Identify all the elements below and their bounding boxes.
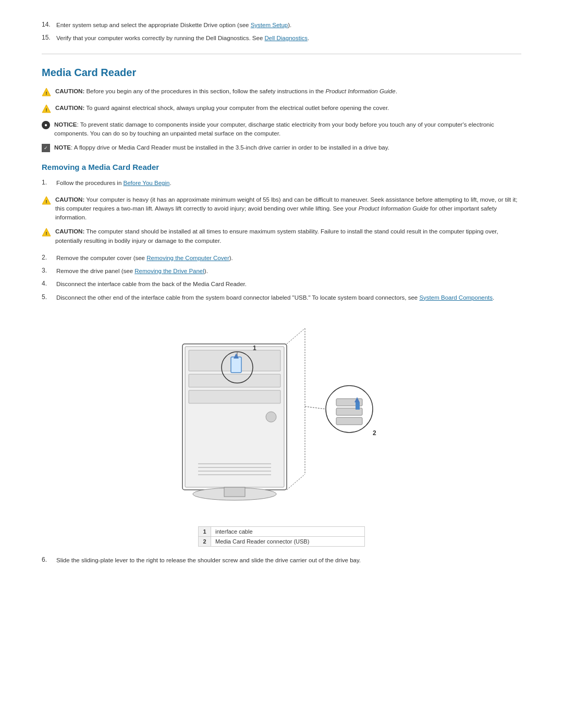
removing-computer-cover-link[interactable]: Removing the Computer Cover — [146, 255, 229, 261]
figure-caption-table: 1 interface cable 2 Media Card Reader co… — [198, 526, 365, 547]
caution-text-1: CAUTION: Before you begin any of the pro… — [55, 87, 397, 96]
system-setup-link[interactable]: System Setup — [251, 22, 288, 28]
dell-diagnostics-link[interactable]: Dell Diagnostics — [264, 35, 307, 41]
removing-drive-panel-link[interactable]: Removing the Drive Panel — [134, 268, 204, 274]
removal-step-1: 1. Follow the procedures in Before You B… — [42, 179, 521, 188]
removal-caution-icon-1: ! — [42, 196, 51, 207]
removal-caution-1: ! CAUTION: Your computer is heavy (it ha… — [42, 195, 521, 223]
computer-illustration: 1 2 — [151, 313, 412, 516]
removal-caution-text-1: CAUTION: Your computer is heavy (it has … — [55, 195, 521, 223]
caption-label-2: Media Card Reader connector (USB) — [211, 536, 365, 546]
note-text-1: NOTE: A floppy drive or Media Card Reade… — [54, 143, 389, 152]
svg-line-18 — [287, 328, 305, 344]
notice-text-1: NOTICE: To prevent static damage to comp… — [54, 120, 521, 139]
more-step-2: 2. Remove the computer cover (see Removi… — [42, 254, 521, 263]
caption-num-1: 1 — [199, 526, 211, 536]
caution-block-1: ! CAUTION: Before you begin any of the p… — [42, 87, 521, 98]
more-step-3: 3. Remove the drive panel (see Removing … — [42, 267, 521, 276]
final-step-6-content: Slide the sliding-plate lever to the rig… — [56, 556, 521, 565]
section-divider — [42, 54, 521, 54]
note-check-icon: ✓ — [42, 144, 50, 152]
more-step-4: 4. Disconnect the interface cable from t… — [42, 280, 521, 289]
more-step-2-number: 2. — [42, 254, 56, 261]
removal-caution-2: ! CAUTION: The computer stand should be … — [42, 227, 521, 245]
more-step-5-number: 5. — [42, 293, 56, 301]
section-title: Media Card Reader — [42, 67, 521, 79]
caption-row-1: 1 interface cable — [199, 526, 365, 536]
caption-row-2: 2 Media Card Reader connector (USB) — [199, 536, 365, 546]
figure-container: 1 2 — [42, 313, 521, 516]
more-step-3-content: Remove the drive panel (see Removing the… — [56, 267, 521, 276]
final-step-6-number: 6. — [42, 556, 56, 563]
step-14-content: Enter system setup and select the approp… — [56, 21, 521, 30]
caution-icon-2: ! — [42, 104, 51, 115]
notice-block-1: ● NOTICE: To prevent static damage to co… — [42, 120, 521, 139]
note-icon-1: ✓ — [42, 144, 50, 152]
svg-rect-31 — [356, 402, 360, 410]
svg-text:2: 2 — [373, 429, 376, 437]
more-step-4-content: Disconnect the interface cable from the … — [56, 280, 521, 289]
removal-caution-icon-2: ! — [42, 228, 51, 239]
svg-point-13 — [266, 412, 276, 422]
more-steps-section: 2. Remove the computer cover (see Removi… — [42, 254, 521, 302]
notice-circle-icon: ● — [42, 121, 50, 129]
step-14-number: 14. — [42, 21, 56, 28]
svg-rect-35 — [224, 487, 245, 497]
step-15-content: Verify that your computer works correctl… — [56, 34, 521, 43]
caption-label-1: interface cable — [211, 526, 365, 536]
more-step-2-content: Remove the computer cover (see Removing … — [56, 254, 521, 263]
note-block-1: ✓ NOTE: A floppy drive or Media Card Rea… — [42, 143, 521, 152]
svg-text:!: ! — [46, 107, 47, 113]
caption-num-2: 2 — [199, 536, 211, 546]
removal-step-1-content: Follow the procedures in Before You Begi… — [56, 179, 521, 188]
before-you-begin-link[interactable]: Before You Begin — [123, 180, 169, 186]
step-14: 14. Enter system setup and select the ap… — [42, 21, 521, 30]
removal-step-1-number: 1. — [42, 179, 56, 186]
svg-text:!: ! — [46, 231, 47, 236]
svg-text:1: 1 — [253, 344, 256, 352]
final-step-6: 6. Slide the sliding-plate lever to the … — [42, 556, 521, 565]
notice-icon-1: ● — [42, 121, 50, 129]
more-step-5: 5. Disconnect the other end of the inter… — [42, 293, 521, 302]
svg-rect-23 — [231, 357, 241, 373]
top-steps-section: 14. Enter system setup and select the ap… — [42, 21, 521, 43]
subsection-title: Removing a Media Card Reader — [42, 163, 521, 171]
step-15-number: 15. — [42, 34, 56, 41]
svg-rect-11 — [189, 374, 280, 387]
svg-text:!: ! — [46, 199, 47, 204]
more-step-3-number: 3. — [42, 267, 56, 274]
svg-rect-12 — [189, 390, 280, 403]
step-15: 15. Verify that your computer works corr… — [42, 34, 521, 43]
caution-text-2: CAUTION: To guard against electrical sho… — [55, 104, 389, 113]
svg-rect-29 — [336, 417, 362, 425]
removal-caution-text-2: CAUTION: The computer stand should be in… — [55, 227, 521, 245]
svg-line-19 — [287, 474, 305, 490]
svg-line-33 — [305, 406, 326, 409]
more-step-4-number: 4. — [42, 280, 56, 287]
svg-text:!: ! — [46, 91, 47, 96]
caution-block-2: ! CAUTION: To guard against electrical s… — [42, 104, 521, 115]
system-board-components-link[interactable]: System Board Components — [419, 294, 493, 301]
more-step-5-content: Disconnect the other end of the interfac… — [56, 293, 521, 302]
caution-icon-1: ! — [42, 88, 51, 98]
